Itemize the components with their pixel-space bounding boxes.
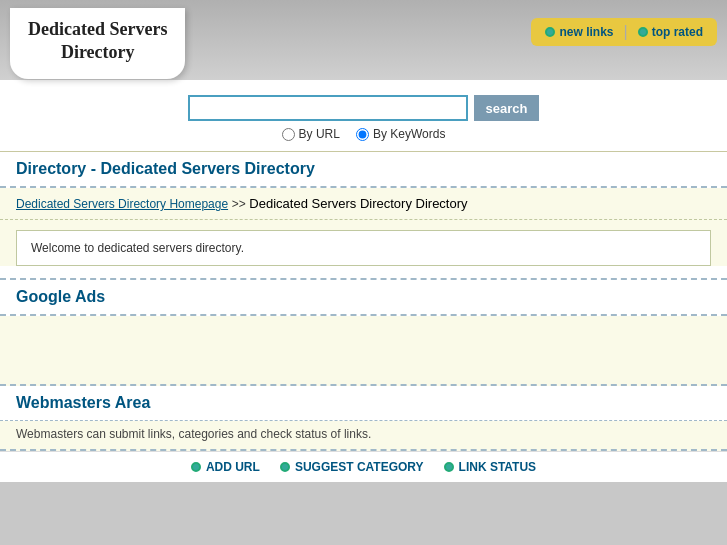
search-area: search By URL By KeyWords [0,80,727,151]
new-links-button[interactable]: new links [539,23,619,41]
suggest-category-button[interactable]: SUGGEST CATEGORY [280,460,424,474]
nav-divider: | [624,23,628,41]
webmasters-description: Webmasters can submit links, categories … [0,421,727,451]
google-ads-section: Google Ads [0,280,727,386]
breadcrumb-current: Dedicated Servers Directory Directory [249,196,467,211]
webmasters-title: Webmasters Area [0,386,727,421]
logo-text: Dedicated Servers Directory [28,18,167,65]
footer: ADD URL SUGGEST CATEGORY LINK STATUS [0,451,727,482]
welcome-box: Welcome to dedicated servers directory. [16,230,711,266]
webmasters-section: Webmasters Area Webmasters can submit li… [0,386,727,451]
search-options: By URL By KeyWords [20,127,707,141]
top-rated-button[interactable]: top rated [632,23,709,41]
breadcrumb-separator: >> [232,197,246,211]
google-ads-title: Google Ads [0,280,727,316]
top-rated-icon [638,27,648,37]
search-row: search [20,95,707,121]
link-status-icon [444,462,454,472]
main-content: search By URL By KeyWords Directory - De… [0,80,727,482]
google-ads-content [0,316,727,386]
content-area: Directory - Dedicated Servers Directory … [0,151,727,266]
header: Dedicated Servers Directory new links | … [0,0,727,80]
nav-buttons: new links | top rated [531,18,717,46]
link-status-button[interactable]: LINK STATUS [444,460,537,474]
welcome-text: Welcome to dedicated servers directory. [31,241,244,255]
breadcrumb: Dedicated Servers Directory Homepage >> … [0,188,727,220]
search-by-keywords-radio[interactable] [356,128,369,141]
directory-section-title: Directory - Dedicated Servers Directory [0,152,727,188]
search-by-keywords-label[interactable]: By KeyWords [356,127,445,141]
add-url-button[interactable]: ADD URL [191,460,260,474]
breadcrumb-home-link[interactable]: Dedicated Servers Directory Homepage [16,197,228,211]
search-button[interactable]: search [474,95,540,121]
search-by-url-radio[interactable] [282,128,295,141]
new-links-icon [545,27,555,37]
logo: Dedicated Servers Directory [10,8,185,79]
search-by-url-label[interactable]: By URL [282,127,340,141]
search-input[interactable] [188,95,468,121]
add-url-icon [191,462,201,472]
suggest-category-icon [280,462,290,472]
